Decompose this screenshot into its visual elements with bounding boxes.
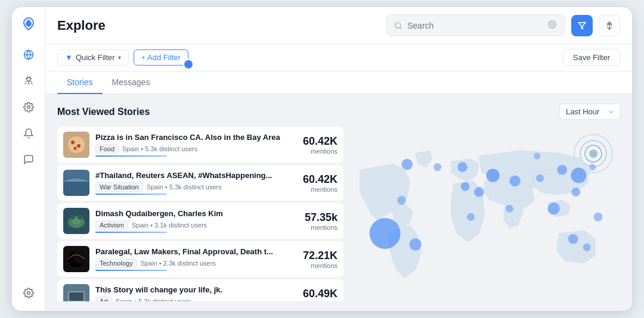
svg-point-50 bbox=[568, 234, 578, 244]
svg-point-39 bbox=[509, 176, 521, 187]
cursor-indicator bbox=[183, 59, 194, 70]
svg-point-21 bbox=[70, 215, 75, 220]
svg-point-47 bbox=[397, 196, 406, 205]
story-underline bbox=[95, 194, 167, 195]
svg-point-41 bbox=[557, 165, 567, 175]
svg-line-6 bbox=[400, 27, 402, 29]
story-tag: Art bbox=[95, 297, 112, 301]
quick-filter-button[interactable]: ▼ Quick Filter ▾ bbox=[57, 49, 129, 66]
svg-point-35 bbox=[401, 159, 413, 170]
story-tag: Activism bbox=[95, 220, 128, 230]
story-stats: 60.49K mentions bbox=[303, 288, 338, 302]
story-info: This Story will change your life, jk. Ar… bbox=[95, 285, 297, 301]
page-title: Explore bbox=[57, 18, 106, 33]
svg-point-51 bbox=[583, 244, 591, 251]
svg-point-52 bbox=[593, 213, 602, 222]
section-header: Most Viewed Stories Last Hour Last Day L… bbox=[57, 104, 620, 120]
story-stats: 57.35k mentions bbox=[305, 211, 338, 231]
story-count: 72.21K bbox=[303, 250, 338, 262]
svg-point-15 bbox=[74, 147, 77, 150]
svg-point-48 bbox=[409, 238, 421, 250]
svg-point-5 bbox=[395, 22, 401, 27]
svg-rect-28 bbox=[69, 292, 83, 301]
story-meta: Activism Spain • 3.1k distinct users bbox=[95, 220, 299, 230]
tab-messages[interactable]: Messages bbox=[103, 71, 160, 94]
story-tag: War Situation bbox=[95, 182, 143, 192]
filter-toggle-button[interactable] bbox=[571, 15, 593, 36]
story-meta: Art Spain • 5.3k distinct users bbox=[95, 297, 297, 301]
gear-icon bbox=[548, 20, 556, 29]
header-right bbox=[386, 14, 620, 36]
sidebar-item-settings[interactable] bbox=[18, 96, 39, 118]
svg-point-2 bbox=[27, 77, 30, 81]
svg-point-46 bbox=[474, 187, 484, 197]
svg-point-49 bbox=[467, 213, 475, 221]
sidebar-item-chat[interactable] bbox=[18, 149, 39, 170]
tab-stories[interactable]: Stories bbox=[57, 71, 103, 94]
story-meta: Technology Spain • 2.3k distinct users bbox=[95, 258, 297, 268]
story-item[interactable]: Pizza is in San Francisco CA. Also in th… bbox=[57, 127, 343, 163]
svg-point-37 bbox=[461, 182, 470, 191]
story-details: Spain • 5.3k distinct users bbox=[116, 298, 191, 301]
svg-point-38 bbox=[486, 169, 499, 182]
svg-point-45 bbox=[506, 205, 513, 213]
sort-icon bbox=[605, 21, 614, 30]
save-filter-button[interactable]: Save Filter bbox=[563, 49, 620, 66]
story-label: mentions bbox=[305, 224, 338, 231]
story-underline bbox=[95, 270, 167, 271]
story-details: Spain • 2.3k distinct users bbox=[141, 260, 216, 267]
story-tag: Technology bbox=[95, 258, 137, 268]
story-thumbnail bbox=[63, 170, 89, 196]
svg-point-55 bbox=[589, 164, 596, 170]
story-stats: 72.21K mentions bbox=[303, 250, 338, 269]
sidebar-item-globe[interactable] bbox=[18, 44, 39, 66]
sidebar-item-settings2[interactable] bbox=[18, 282, 39, 304]
chevron-down-icon: ▾ bbox=[118, 54, 121, 61]
svg-point-34 bbox=[370, 218, 401, 249]
svg-point-13 bbox=[71, 141, 75, 144]
app-container: Explore bbox=[12, 7, 632, 311]
sidebar-item-bell[interactable] bbox=[18, 123, 39, 144]
story-info: Pizza is in San Francisco CA. Also in th… bbox=[95, 133, 297, 157]
add-filter-button[interactable]: + Add Filter bbox=[134, 49, 188, 66]
sidebar-item-bug[interactable] bbox=[18, 70, 39, 92]
stories-map-container: Pizza is in San Francisco CA. Also in th… bbox=[57, 127, 620, 301]
svg-point-43 bbox=[547, 202, 559, 214]
story-thumbnail bbox=[63, 284, 89, 301]
story-item[interactable]: Dimash Qudaibergen, Charles Kim Activism… bbox=[57, 203, 343, 239]
stories-list: Pizza is in San Francisco CA. Also in th… bbox=[57, 127, 343, 301]
story-title: Dimash Qudaibergen, Charles Kim bbox=[95, 209, 299, 218]
story-count: 60.49K bbox=[303, 288, 338, 300]
svg-point-3 bbox=[27, 106, 30, 109]
filter-icon bbox=[578, 21, 586, 30]
content-area: Most Viewed Stories Last Hour Last Day L… bbox=[45, 94, 632, 311]
story-item[interactable]: This Story will change your life, jk. Ar… bbox=[57, 279, 343, 301]
section-title: Most Viewed Stories bbox=[57, 107, 150, 117]
story-label: mentions bbox=[303, 186, 338, 193]
search-gear-button[interactable] bbox=[547, 19, 558, 32]
story-underline bbox=[95, 232, 167, 233]
story-title: Paralegal, Law Makers, Final Approval, D… bbox=[95, 247, 297, 256]
search-input[interactable] bbox=[407, 21, 542, 30]
story-thumbnail bbox=[63, 208, 89, 234]
story-thumbnail bbox=[63, 132, 89, 158]
story-count: 60.42K bbox=[303, 173, 338, 186]
search-icon bbox=[394, 21, 402, 30]
svg-point-22 bbox=[78, 215, 82, 220]
story-tag: Food bbox=[95, 144, 119, 154]
header: Explore bbox=[45, 7, 632, 44]
story-item[interactable]: Paralegal, Law Makers, Final Approval, D… bbox=[57, 241, 343, 277]
sort-button[interactable] bbox=[599, 15, 620, 36]
story-item[interactable]: #Thailand, Reuters ASEAN, #WhatsHappenin… bbox=[57, 165, 343, 201]
story-label: mentions bbox=[303, 262, 338, 269]
map-area bbox=[343, 127, 620, 301]
story-details: Spain • 3.1k distinct users bbox=[132, 222, 207, 229]
svg-point-42 bbox=[571, 168, 586, 183]
story-title: This Story will change your life, jk. bbox=[95, 285, 297, 294]
story-count: 57.35k bbox=[305, 211, 338, 224]
time-range-select[interactable]: Last Hour Last Day Last Week bbox=[559, 104, 620, 120]
svg-rect-17 bbox=[63, 182, 89, 196]
story-count: 60.42K bbox=[303, 135, 338, 148]
story-label: mentions bbox=[303, 148, 338, 155]
story-info: Dimash Qudaibergen, Charles Kim Activism… bbox=[95, 209, 299, 233]
